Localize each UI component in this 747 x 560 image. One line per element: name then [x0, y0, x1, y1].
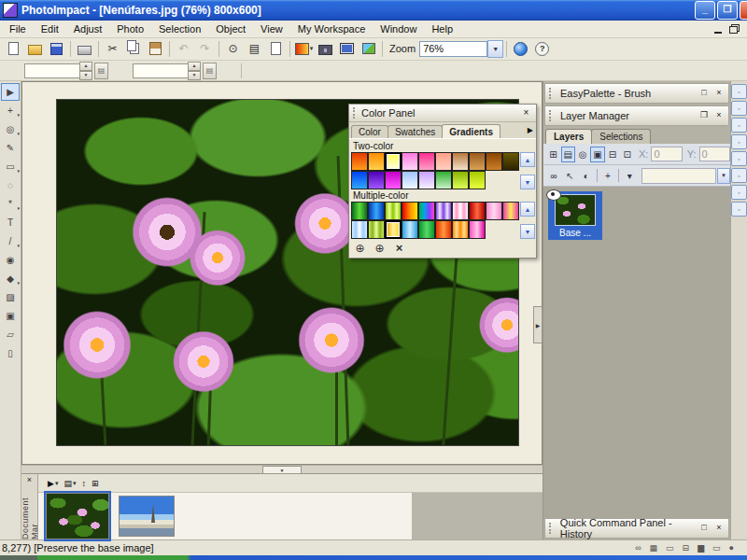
gradient-swatch[interactable] — [385, 171, 402, 189]
dropdown-arrow-icon[interactable]: ▾ — [17, 131, 20, 136]
menu-selection[interactable]: Selection — [151, 22, 208, 35]
gradient-swatch[interactable] — [351, 171, 368, 189]
minimize-button[interactable]: _ — [695, 1, 715, 20]
dropdown-arrow-icon[interactable]: ▾ — [17, 112, 20, 118]
gradient-swatch[interactable] — [435, 171, 452, 189]
paste-button[interactable] — [145, 39, 166, 58]
easypalette-maximize-button[interactable]: □ — [698, 88, 710, 99]
dropdown-arrow-icon[interactable]: ▾ — [17, 168, 20, 174]
tab-layers[interactable]: Layers — [545, 129, 592, 144]
menu-window[interactable]: Window — [373, 22, 424, 35]
tab-selections[interactable]: Selections — [591, 129, 651, 144]
gradient-swatch[interactable] — [486, 202, 502, 220]
open-button[interactable] — [24, 39, 46, 58]
gradient-swatch[interactable] — [368, 171, 385, 189]
color-panel-close-button[interactable]: × — [520, 107, 532, 119]
gradient-swatch[interactable] — [368, 152, 385, 171]
transform-tool[interactable]: +▾ — [1, 102, 20, 119]
gradient-swatch[interactable] — [435, 202, 452, 220]
nenufares-thumbnail[interactable] — [46, 493, 109, 539]
gradient-swatch[interactable] — [418, 171, 435, 189]
dropdown-arrow-icon[interactable]: ▾ — [73, 480, 77, 487]
close-button[interactable]: × — [740, 1, 747, 20]
view-mode-button[interactable]: ▤▾ — [62, 479, 78, 488]
frame-icon[interactable]: ▭ — [666, 543, 674, 553]
path-tool[interactable]: ▱ — [1, 326, 20, 343]
gradient-swatch[interactable] — [502, 202, 519, 220]
gradient-swatch[interactable] — [452, 220, 469, 239]
layer-combo[interactable] — [641, 168, 716, 184]
gradient-swatch[interactable] — [486, 152, 502, 171]
attribute-field-2[interactable] — [133, 63, 188, 78]
more-tabs-icon[interactable]: ▶ — [528, 126, 533, 134]
gradient-swatch[interactable] — [418, 220, 435, 239]
scroll-up-icon[interactable]: ▲ — [520, 202, 535, 217]
gradient-swatch[interactable] — [402, 152, 418, 171]
gradient-fill-button[interactable]: ▾ — [293, 39, 315, 58]
link-icon[interactable]: ∞ — [635, 543, 641, 553]
menu-view[interactable]: View — [253, 22, 290, 35]
easypalette-close-button[interactable]: × — [713, 88, 725, 99]
quick-command-titlebar[interactable]: Quick Command Panel - History □ × — [544, 518, 729, 539]
mask-mode-icon[interactable]: ◐ — [579, 168, 594, 184]
screen-show-button[interactable] — [336, 39, 358, 58]
scroll-down-icon[interactable]: ▼ — [520, 224, 535, 239]
ruler-icon[interactable]: ⊟ — [683, 543, 690, 553]
gradient-swatch[interactable] — [402, 171, 418, 189]
gradient-swatch[interactable] — [452, 152, 469, 171]
save-button[interactable] — [46, 39, 67, 58]
restore-button[interactable]: ❐ — [717, 1, 738, 20]
selection-tool[interactable]: ▭▾ — [1, 158, 20, 175]
grid-icon[interactable]: ▦ — [650, 543, 658, 553]
magic-wand-tool[interactable]: *▾ — [1, 195, 20, 213]
gradient-swatch[interactable] — [402, 202, 418, 220]
gradient-swatch[interactable] — [368, 202, 385, 220]
pick-layer-icon[interactable]: ↖ — [562, 168, 577, 184]
menu-object[interactable]: Object — [208, 22, 253, 35]
scroll-up-icon[interactable]: ▲ — [520, 152, 535, 167]
tab-swatches[interactable]: Swatches — [388, 125, 443, 138]
convert-icon[interactable]: ⊡ — [620, 147, 634, 162]
zoom-dropdown-icon[interactable]: ▼ — [487, 40, 503, 58]
dropdown-arrow-icon[interactable]: ▾ — [17, 205, 20, 211]
gradient-swatch[interactable] — [385, 220, 402, 239]
more-options-icon[interactable]: ▾ — [622, 168, 637, 184]
dropdown-arrow-icon[interactable]: ▾ — [17, 243, 20, 248]
delete-gradient-button[interactable]: × — [392, 241, 406, 255]
zoom-input[interactable]: 76% — [419, 41, 487, 57]
add-two-color-button[interactable]: ⊕ — [353, 241, 367, 255]
x-field[interactable]: 0 — [651, 147, 682, 161]
city-thumbnail[interactable] — [119, 496, 175, 537]
page-tool[interactable]: ▯ — [1, 344, 20, 362]
palette-button-1[interactable]: ▫ — [731, 84, 747, 99]
horizontal-splitter-handle[interactable]: ▼ — [262, 466, 302, 474]
effect-tool[interactable]: ◆▾ — [1, 270, 20, 287]
mdi-restore-icon[interactable] — [729, 26, 738, 34]
print-button[interactable] — [74, 39, 95, 58]
cut-button[interactable]: ✂ — [102, 39, 123, 58]
gradient-swatch[interactable] — [418, 152, 435, 171]
mdi-minimize-icon[interactable] — [714, 24, 722, 34]
new-button[interactable] — [3, 39, 24, 58]
info-icon[interactable]: ● — [729, 543, 734, 553]
duplicate-base-icon[interactable]: ⊞ — [546, 147, 560, 162]
eraser-tool[interactable]: ▨ — [1, 288, 20, 306]
gradient-swatch[interactable] — [402, 220, 418, 239]
layer-manager-titlebar[interactable]: Layer Manager ❐ × — [544, 105, 729, 126]
stamp-button[interactable]: ⊙ — [222, 39, 244, 58]
dropdown-arrow-icon[interactable]: ▾ — [17, 280, 20, 286]
palette-button-8[interactable]: ▫ — [731, 202, 747, 217]
new-window-button[interactable] — [265, 39, 287, 58]
palette-button-3[interactable]: ▫ — [731, 118, 747, 133]
menu-adjust[interactable]: Adjust — [66, 22, 110, 35]
document-manager-close-button[interactable]: × — [27, 474, 32, 485]
gradient-swatch[interactable] — [469, 202, 486, 220]
sort-button[interactable]: ↕ — [79, 479, 88, 488]
color-panel-titlebar[interactable]: Color Panel × — [349, 105, 536, 122]
palette-button-5[interactable]: ▫ — [731, 151, 747, 166]
mask-glasses-icon[interactable]: ∞ — [546, 168, 561, 184]
spin-up-button[interactable]: ▲ — [79, 62, 92, 71]
image-optimizer-button[interactable] — [358, 39, 379, 58]
palette-button-7[interactable]: ▫ — [731, 185, 747, 200]
tab-gradients[interactable]: Gradients — [442, 124, 500, 138]
